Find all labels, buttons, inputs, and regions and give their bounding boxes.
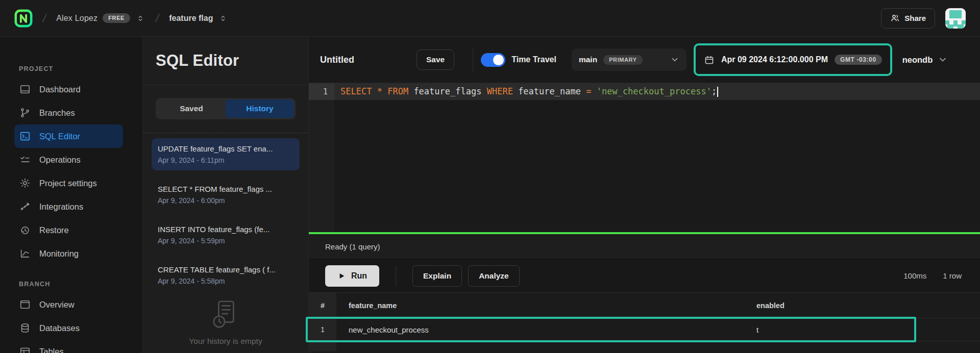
- project-name: feature flag: [169, 14, 213, 23]
- sql-token: [372, 86, 377, 96]
- share-users-icon: [890, 13, 900, 23]
- tab-history[interactable]: History: [226, 99, 294, 118]
- sidebar-item-overview[interactable]: Overview: [14, 293, 123, 316]
- sidebar-item-sql-editor[interactable]: SQL Editor: [14, 124, 123, 148]
- plan-badge: FREE: [103, 13, 130, 23]
- breadcrumb-org: Alex Lopez FREE: [56, 13, 145, 24]
- time-travel-toggle[interactable]: [481, 53, 505, 67]
- editor-toolbar: Untitled Save Time Travel main PRIMARY: [309, 37, 980, 83]
- history-item[interactable]: UPDATE feature_flags SET ena...Apr 9, 20…: [152, 138, 300, 170]
- sql-token: [591, 86, 596, 96]
- sidebar-item-branches[interactable]: Branches: [14, 101, 123, 124]
- sql-token: ;: [712, 86, 717, 96]
- editor-active-line[interactable]: 1 SELECT * FROM feature_flags WHERE feat…: [309, 83, 980, 100]
- play-icon: [337, 272, 346, 280]
- editor-gutter: [309, 83, 334, 232]
- databases-icon: [19, 322, 31, 334]
- restore-icon: [19, 224, 31, 236]
- neon-logo[interactable]: [14, 9, 33, 28]
- analyze-button[interactable]: Analyze: [468, 265, 520, 287]
- explain-button[interactable]: Explain: [412, 265, 462, 287]
- sidebar-item-databases[interactable]: Databases: [14, 316, 123, 340]
- history-item-timestamp: Apr 9, 2024 - 5:59pm: [158, 236, 293, 246]
- sidebar-item-operations[interactable]: Operations: [14, 148, 123, 171]
- tab-saved[interactable]: Saved: [157, 99, 226, 118]
- branch-name: main: [579, 55, 597, 64]
- database-selector[interactable]: neondb: [902, 55, 958, 65]
- column-header-feature-name: feature_name: [336, 301, 756, 310]
- sql-token: *: [377, 86, 382, 96]
- table-row[interactable]: 1new_checkout_processt: [309, 318, 980, 341]
- sidebar-item-label: Integrations: [39, 202, 83, 212]
- sidebar-item-integrations[interactable]: Integrations: [14, 195, 123, 218]
- sql-token: [382, 86, 387, 96]
- sql-token: [481, 86, 486, 96]
- history-item[interactable]: SELECT * FROM feature_flags ...Apr 9, 20…: [152, 179, 300, 211]
- column-header-index: #: [309, 293, 336, 318]
- line-number: 1: [309, 83, 334, 100]
- history-list: UPDATE feature_flags SET ena...Apr 9, 20…: [143, 133, 308, 299]
- monitoring-icon: [19, 248, 31, 259]
- top-bar: / Alex Lopez FREE / feature flag Share: [0, 0, 980, 37]
- settings-icon: [19, 178, 31, 189]
- run-button[interactable]: Run: [325, 265, 379, 287]
- actions-divider: [396, 266, 396, 286]
- sidebar-item-label: Operations: [39, 155, 81, 165]
- sql-token: WHERE: [487, 86, 513, 96]
- history-item[interactable]: CREATE TABLE feature_flags ( f...Apr 9, …: [152, 259, 300, 291]
- sql-code-line: SELECT * FROM feature_flags WHERE featur…: [334, 86, 718, 97]
- results-index-gutter: [309, 341, 336, 351]
- query-title[interactable]: Untitled: [320, 55, 354, 65]
- sidebar-item-label: Monitoring: [39, 249, 79, 259]
- sql-token: [581, 86, 586, 96]
- dashboard-icon: [19, 84, 31, 95]
- text-cursor: [717, 87, 718, 97]
- database-name: neondb: [902, 55, 933, 65]
- breadcrumb-slash: /: [38, 12, 51, 25]
- sidebar-item-monitoring[interactable]: Monitoring: [14, 242, 123, 265]
- table-cell: 1: [309, 318, 336, 341]
- sidebar-item-label: Branches: [39, 108, 75, 118]
- org-name: Alex Lopez: [56, 14, 97, 23]
- org-switcher-icon[interactable]: [135, 13, 145, 24]
- sql-editor-icon: [19, 131, 31, 142]
- table-cell: new_checkout_process: [336, 325, 756, 334]
- sidebar-item-dashboard[interactable]: Dashboard: [14, 78, 123, 101]
- history-empty-text: Your history is empty: [189, 337, 262, 346]
- project-switcher-icon[interactable]: [218, 13, 228, 24]
- project-sidebar: PROJECTDashboardBranchesSQL EditorOperat…: [0, 37, 143, 353]
- sql-token: [408, 86, 413, 96]
- sidebar-item-restore[interactable]: Restore: [14, 218, 123, 242]
- share-button[interactable]: Share: [881, 8, 935, 29]
- sidebar-item-label: Dashboard: [39, 85, 81, 94]
- history-item-sql: UPDATE feature_flags SET ena...: [158, 143, 293, 154]
- history-item-timestamp: Apr 9, 2024 - 6:11pm: [158, 155, 293, 165]
- chevron-down-icon: [670, 55, 679, 64]
- timezone-badge: GMT -03:00: [835, 55, 882, 65]
- sql-editor-panel: SQL Editor SavedHistory UPDATE feature_f…: [143, 37, 309, 353]
- history-item-timestamp: Apr 9, 2024 - 5:58pm: [158, 276, 293, 286]
- avatar[interactable]: [945, 8, 966, 29]
- sidebar-item-label: Project settings: [39, 179, 97, 188]
- history-item-sql: INSERT INTO feature_flags (fe...: [158, 224, 293, 235]
- sidebar-item-label: Tables: [39, 347, 64, 353]
- history-item[interactable]: INSERT INTO feature_flags (fe...Apr 9, 2…: [152, 219, 300, 251]
- saved-history-tabs: SavedHistory: [156, 98, 296, 119]
- history-item-timestamp: Apr 9, 2024 - 6:00pm: [158, 195, 293, 206]
- branch-selector[interactable]: main PRIMARY: [572, 48, 687, 71]
- sql-token: 'new_checkout_process': [597, 86, 712, 96]
- time-travel-label: Time Travel: [511, 55, 556, 64]
- run-label: Run: [351, 271, 367, 281]
- page-title: SQL Editor: [156, 52, 239, 70]
- query-status-bar: Ready (1 query): [309, 232, 980, 259]
- sidebar-item-project-settings[interactable]: Project settings: [14, 171, 123, 195]
- datetime-value: Apr 09 2024 6:12:00.000 PM: [721, 55, 828, 64]
- sidebar-item-tables[interactable]: Tables: [14, 340, 123, 353]
- breadcrumb-project: feature flag: [169, 13, 228, 24]
- breadcrumb-slash: /: [151, 12, 163, 25]
- time-travel-datetime-picker[interactable]: Apr 09 2024 6:12:00.000 PM GMT -03:00: [696, 45, 890, 74]
- sql-token: FROM: [387, 86, 408, 96]
- code-editor[interactable]: 1 SELECT * FROM feature_flags WHERE feat…: [309, 83, 980, 232]
- sql-token: feature_flags: [413, 86, 481, 96]
- save-button[interactable]: Save: [416, 49, 454, 70]
